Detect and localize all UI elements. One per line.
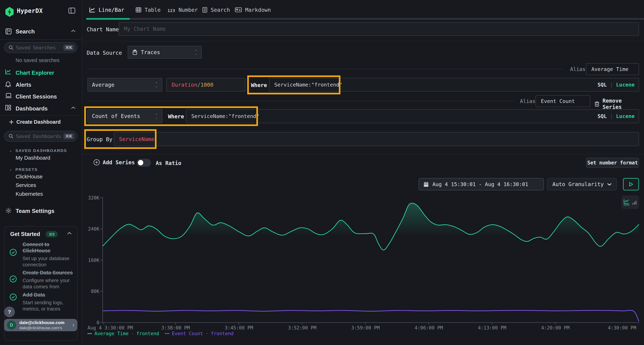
- tab-label: Markdown: [245, 7, 271, 13]
- legend-item: Event Count·frontend: [165, 331, 234, 336]
- journal-icon: [5, 28, 12, 35]
- add-series-button[interactable]: Add Series: [94, 159, 135, 166]
- bell-icon: [5, 81, 11, 87]
- sidebar-team-settings[interactable]: Team Settings: [0, 205, 82, 217]
- create-dashboard-button[interactable]: Create Dashboard: [9, 119, 61, 125]
- tab-label: Line/Bar: [98, 7, 124, 13]
- saved-dashboards-input[interactable]: [16, 134, 63, 139]
- remove-series-button[interactable]: Remove Series: [594, 98, 644, 110]
- run-query-button[interactable]: [623, 178, 639, 190]
- series2-aggregation-value: Count of Events: [92, 113, 140, 119]
- get-started-item-desc: Set up your database connection: [22, 255, 74, 268]
- hyperdx-app: HyperDX Search: [0, 0, 644, 345]
- lucene-toggle[interactable]: Lucene: [616, 113, 635, 119]
- sidebar-section-search[interactable]: Search: [0, 26, 82, 37]
- calendar-icon: [424, 182, 429, 187]
- group-by-input[interactable]: ServiceName: [114, 132, 639, 146]
- tab-underline-active: [86, 18, 130, 20]
- chevron-up-icon[interactable]: [67, 232, 72, 235]
- chevron-down-icon: [607, 183, 612, 186]
- get-started-item[interactable]: Create Data SourcesConfigure where your …: [10, 270, 74, 290]
- sql-toggle[interactable]: SQL: [598, 82, 607, 88]
- series1-alias-input[interactable]: Average Time: [586, 63, 639, 75]
- y-axis-tick-label: 0: [83, 320, 100, 325]
- group-header-presets[interactable]: ⌄PRESETS: [9, 165, 38, 172]
- database-icon: [132, 49, 138, 55]
- tab-underline-track: [86, 18, 644, 20]
- dashboard-link-my-dashboard[interactable]: My Dashboard: [16, 155, 50, 161]
- get-started-item[interactable]: Add DataStart sending logs, metrics, or …: [10, 292, 74, 312]
- series2-aggregation-select[interactable]: Count of Events ⌃⌃: [88, 109, 162, 123]
- chart-name-label: Chart Name: [86, 26, 119, 32]
- tab-table[interactable]: Table: [136, 5, 161, 15]
- shortcut-badge: ⌘K: [63, 44, 74, 51]
- series1-aggregation-select[interactable]: Average ⌃⌃: [88, 78, 162, 91]
- user-account-chip[interactable]: D dale@clickhouse.com dale@clickhouse.co…: [4, 319, 77, 331]
- get-started-item-title: Create Data Sources: [22, 270, 74, 276]
- tab-label: Search: [211, 7, 230, 13]
- tab-line-bar[interactable]: Line/Bar: [89, 5, 128, 15]
- as-ratio-toggle[interactable]: [137, 159, 151, 167]
- x-axis-tick-label: 4:06:00 PM: [415, 325, 443, 331]
- legend-separator: ·: [131, 331, 134, 336]
- x-axis-tick-label: 3:52:00 PM: [288, 325, 316, 331]
- sidebar-item-alerts[interactable]: Alerts: [0, 79, 82, 91]
- series1-field-value: Duration/1000: [172, 82, 213, 88]
- sidebar-item-label: Chart Explorer: [16, 70, 54, 76]
- gear-icon: [5, 207, 12, 214]
- select-chevrons-icon: ⌃⌃: [194, 50, 197, 55]
- alias-label: Alias: [520, 98, 536, 104]
- number-123-icon: 123: [168, 6, 175, 13]
- series-divider: [86, 69, 564, 69]
- sidebar-collapse-icon[interactable]: [68, 7, 76, 14]
- chart-line-icon: [89, 7, 95, 12]
- date-range-picker[interactable]: Aug 4 15:30:01 - Aug 4 16:30:01: [418, 178, 544, 190]
- brand-name: HyperDX: [17, 7, 43, 14]
- saved-searches-search[interactable]: ⌘K: [4, 42, 77, 53]
- sidebar-item-chart-explorer[interactable]: Chart Explorer: [0, 67, 82, 79]
- check-circle-icon: [10, 275, 17, 283]
- series2-alias-input[interactable]: Event Count: [536, 95, 590, 107]
- dashboard-link-services[interactable]: Services: [16, 182, 36, 188]
- play-icon: [629, 182, 633, 187]
- dashboard-link-kubernetes[interactable]: Kubernetes: [16, 191, 43, 197]
- set-number-format-button[interactable]: Set number format: [586, 158, 639, 168]
- series1-field-input[interactable]: Duration/1000: [166, 78, 245, 91]
- data-source-select[interactable]: Traces ⌃⌃: [128, 46, 202, 59]
- tab-label: Table: [144, 7, 161, 13]
- x-axis-tick-label: 4:13:00 PM: [478, 325, 506, 331]
- tab-search[interactable]: Search: [202, 5, 228, 15]
- legend-group-name: frontend: [211, 331, 234, 336]
- series-divider: [86, 101, 515, 101]
- series1-language-toggle: SQL | Lucene: [598, 82, 634, 88]
- granularity-select[interactable]: Auto Granularity: [547, 178, 617, 190]
- sql-toggle[interactable]: SQL: [598, 113, 607, 119]
- dashboard-link-clickhouse[interactable]: ClickHouse: [16, 174, 42, 180]
- tab-markdown[interactable]: Markdown: [235, 5, 272, 15]
- chart-plot[interactable]: [100, 195, 639, 325]
- where-label: Where: [251, 82, 267, 88]
- x-axis-tick-label: 3:59:00 PM: [351, 325, 380, 331]
- get-started-item[interactable]: Connect to ClickHouseSet up your databas…: [10, 241, 74, 268]
- series1-where-input[interactable]: ServiceName:"frontend" SQL | Lucene: [269, 78, 639, 91]
- lucene-toggle[interactable]: Lucene: [616, 82, 635, 88]
- legend-group-name: frontend: [136, 331, 159, 336]
- sidebar-item-client-sessions[interactable]: Client Sessions: [0, 91, 82, 103]
- chevron-down-icon: ⌄: [9, 148, 12, 152]
- series2-where-input[interactable]: ServiceName:"frontend" SQL | Lucene: [186, 109, 639, 123]
- chart-name-input[interactable]: My Chart Name: [119, 22, 639, 36]
- sidebar-item-dashboards[interactable]: Dashboards: [0, 103, 82, 115]
- y-axis-tick-label: 320K: [83, 195, 100, 201]
- help-button[interactable]: ?: [4, 307, 15, 317]
- saved-dashboards-search[interactable]: ⌘K: [4, 131, 77, 142]
- group-by-value: ServiceName: [119, 136, 154, 142]
- no-saved-searches-note: No saved searches: [16, 57, 60, 63]
- saved-searches-input[interactable]: [16, 45, 63, 50]
- bar-chart-type-icon[interactable]: [632, 200, 637, 205]
- tab-number[interactable]: 123Number: [168, 5, 196, 15]
- group-header-saved-dashboards[interactable]: ⌄SAVED DASHBOARDS: [9, 146, 67, 154]
- plus-icon: [9, 120, 14, 124]
- markdown-icon: [235, 7, 242, 12]
- get-started-item-desc: Configure where your data comes from: [22, 277, 74, 290]
- line-chart-type-icon[interactable]: [624, 199, 629, 205]
